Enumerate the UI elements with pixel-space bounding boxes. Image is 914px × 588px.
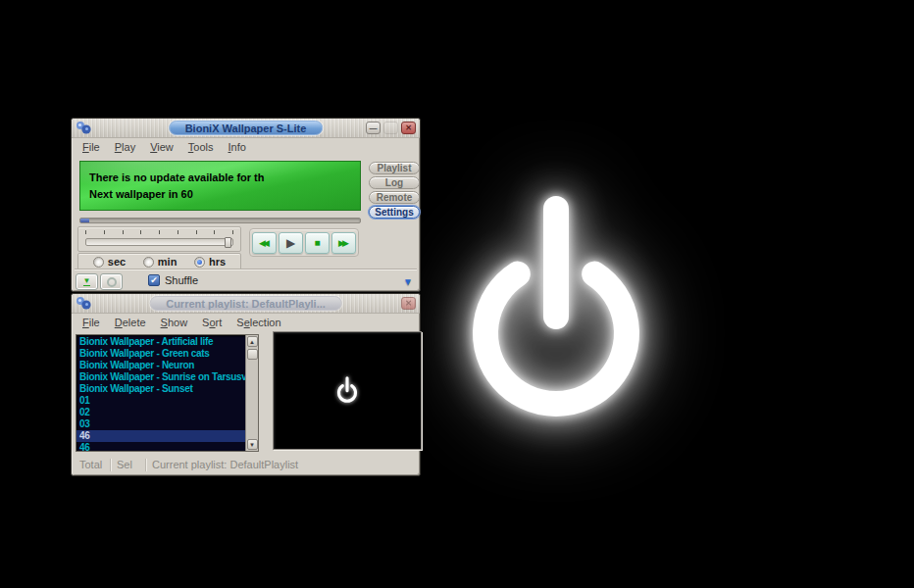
playlist-titlebar[interactable]: Current playlist: DefaultPlayli... ✕ <box>72 294 420 314</box>
forward-button[interactable]: ▶▶ <box>331 232 356 254</box>
main-menubar: FilePlayViewToolsInfo <box>72 138 420 156</box>
tick-mark <box>196 230 197 234</box>
update-banner: There is no update available for th Next… <box>79 161 361 211</box>
playlist-item[interactable]: Bionix Wallpaper - Neuron <box>76 360 245 371</box>
remote-button[interactable]: Remote <box>369 191 420 204</box>
play-button[interactable]: ▶ <box>279 232 303 254</box>
side-button-group: PlaylistLogRemoteSettings <box>369 162 420 219</box>
scrollbar-thumb[interactable] <box>247 349 258 360</box>
wallpaper-preview <box>273 331 422 450</box>
minimize-icon[interactable]: — <box>366 122 381 134</box>
radio-min[interactable]: min <box>143 256 178 268</box>
shuffle-checkbox[interactable]: ✔ <box>148 274 160 286</box>
interval-slider-group <box>77 226 241 252</box>
radio-hrs-label: hrs <box>209 256 226 268</box>
banner-line2: Next wallpaper in 60 <box>89 188 360 200</box>
main-menu-info[interactable]: Info <box>228 141 246 156</box>
close-icon[interactable]: ✕ <box>401 122 416 134</box>
playlist-listbox: Bionix Wallpaper - Artificial lifeBionix… <box>76 334 259 452</box>
app-icon <box>76 296 91 311</box>
main-titlebar[interactable]: BioniX Wallpaper S-Lite — ✕ <box>72 119 420 138</box>
playlist-item[interactable]: 46 <box>76 430 245 442</box>
tick-mark <box>214 230 215 234</box>
progress-chunk <box>80 219 89 222</box>
playlist-item[interactable]: 01 <box>76 395 245 407</box>
minimize-to-tray-button[interactable]: ▼ <box>76 273 98 290</box>
main-menu-tools[interactable]: Tools <box>188 141 214 156</box>
banner-line1: There is no update available for th <box>89 172 360 183</box>
radio-hrs-circle[interactable] <box>194 257 205 268</box>
playlist-menu-show[interactable]: Show <box>161 317 188 331</box>
tick-mark <box>178 230 178 234</box>
transport-controls: ◀◀▶■▶▶ <box>249 228 359 257</box>
power-icon <box>331 373 363 409</box>
close-icon[interactable]: ✕ <box>401 297 416 310</box>
playlist-button[interactable]: Playlist <box>369 162 420 174</box>
playlist-item[interactable]: 02 <box>76 407 245 418</box>
tick-mark <box>159 230 160 234</box>
tick-mark <box>232 230 233 234</box>
playlist-item[interactable]: 46 <box>76 442 245 451</box>
playlist-item[interactable]: 03 <box>76 418 245 430</box>
rewind-button[interactable]: ◀◀ <box>252 232 277 254</box>
app-icon <box>76 121 91 135</box>
tick-mark <box>85 230 86 234</box>
playlist-items: Bionix Wallpaper - Artificial lifeBionix… <box>76 335 245 451</box>
playlist-window: Current playlist: DefaultPlayli... ✕ Fil… <box>71 293 421 476</box>
playlist-scrollbar[interactable]: ▲ ▼ <box>245 335 258 451</box>
slider-ticks <box>78 227 240 234</box>
power-icon <box>424 172 688 466</box>
radio-hrs[interactable]: hrs <box>194 256 226 268</box>
shuffle-toggle[interactable]: ✔ Shuffle <box>148 274 198 286</box>
status-total: Total <box>74 459 111 471</box>
green-down-icon: ▼ <box>83 277 91 286</box>
tick-mark <box>123 230 124 234</box>
wallpaper-progress <box>79 218 361 223</box>
playlist-window-title: Current playlist: DefaultPlayli... <box>149 296 342 311</box>
loop-button[interactable] <box>100 273 123 290</box>
playlist-item[interactable]: Bionix Wallpaper - Sunrise on Tarsusv <box>76 371 245 383</box>
status-bar: Total Sel Current playlist: DefaultPlayl… <box>74 458 418 472</box>
circle-icon <box>107 277 117 287</box>
tick-mark <box>104 230 105 234</box>
log-button[interactable]: Log <box>369 176 420 189</box>
playlist-item[interactable]: Bionix Wallpaper - Artificial life <box>76 336 245 348</box>
status-sel: Sel <box>111 459 146 471</box>
radio-sec-circle[interactable] <box>93 257 104 268</box>
scroll-up-icon[interactable]: ▲ <box>247 336 258 347</box>
main-window-title: BioniX Wallpaper S-Lite <box>169 121 324 135</box>
slider-thumb[interactable] <box>225 237 231 248</box>
main-menu-play[interactable]: Play <box>115 141 135 156</box>
main-window: BioniX Wallpaper S-Lite — ✕ FilePlayView… <box>71 118 421 292</box>
shuffle-label: Shuffle <box>165 274 198 286</box>
collapse-chevron-icon[interactable]: ▼ <box>403 276 413 287</box>
main-menu-view[interactable]: View <box>150 141 174 156</box>
radio-sec[interactable]: sec <box>93 256 126 268</box>
divider <box>75 269 417 270</box>
playlist-menubar: FileDeleteShowSortSelection <box>72 314 420 331</box>
tick-mark <box>140 230 141 234</box>
playlist-menu-file[interactable]: File <box>82 317 100 331</box>
status-current-playlist: Current playlist: DefaultPlaylist <box>146 459 304 471</box>
playlist-item[interactable]: Bionix Wallpaper - Green cats <box>76 348 245 360</box>
settings-button[interactable]: Settings <box>369 206 420 219</box>
maximize-icon[interactable] <box>383 122 398 134</box>
playlist-item[interactable]: Bionix Wallpaper - Sunset <box>76 383 245 395</box>
playlist-menu-selection[interactable]: Selection <box>236 317 280 331</box>
playlist-menu-delete[interactable]: Delete <box>115 317 146 331</box>
scroll-down-icon[interactable]: ▼ <box>247 439 258 450</box>
main-menu-file[interactable]: File <box>82 141 100 156</box>
radio-min-label: min <box>158 256 178 268</box>
radio-min-circle[interactable] <box>143 257 154 268</box>
radio-sec-label: sec <box>108 256 126 268</box>
stop-button[interactable]: ■ <box>305 232 330 254</box>
playlist-menu-sort[interactable]: Sort <box>202 317 222 331</box>
interval-slider[interactable] <box>85 238 233 246</box>
